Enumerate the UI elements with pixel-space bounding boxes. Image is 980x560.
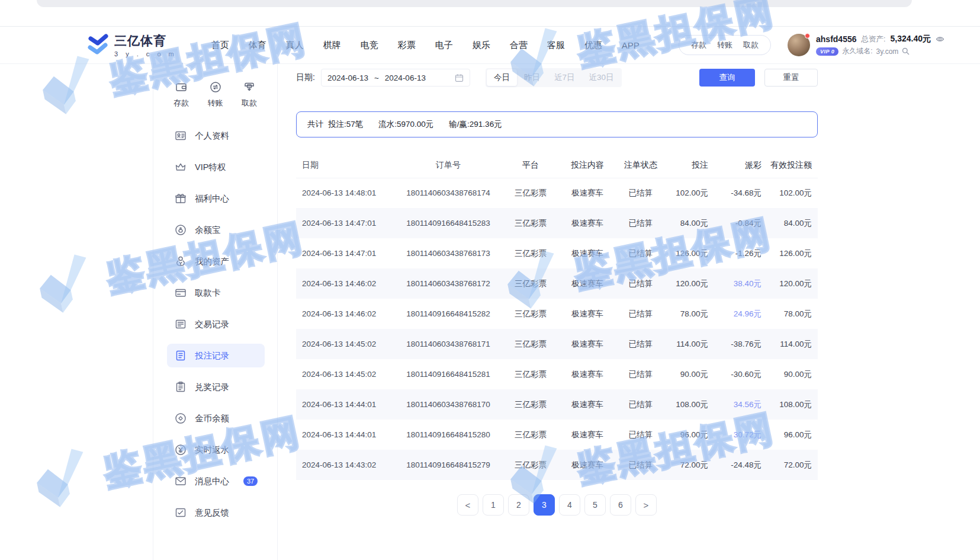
sidebar-item-label: 我的资产 (195, 256, 229, 267)
withdraw-icon (243, 81, 256, 94)
page-button[interactable]: 6 (610, 494, 631, 516)
nav-item[interactable]: 体育 (249, 40, 266, 51)
query-button[interactable]: 查询 (699, 69, 755, 87)
table-cell: 极速赛车 (560, 450, 615, 480)
sidebar-item[interactable]: 意见反馈 (167, 501, 265, 524)
table-cell: 三亿彩票 (501, 178, 560, 208)
magnifier-icon[interactable] (902, 47, 910, 55)
table-row: 2024-06-13 14:46:021801140603438768172三亿… (296, 268, 818, 299)
table-cell: 已结算 (615, 329, 667, 359)
nav-item[interactable]: 娱乐 (473, 40, 490, 51)
range-button[interactable]: 近7日 (547, 69, 582, 86)
table-cell: 已结算 (615, 238, 667, 268)
wallet-action[interactable]: 存款 (691, 40, 706, 50)
table-cell: 2024-06-13 14:45:02 (296, 359, 396, 389)
eye-icon[interactable] (936, 36, 944, 43)
table-cell: 2024-06-13 14:47:01 (296, 208, 396, 238)
nav-item[interactable]: 电子 (435, 40, 453, 51)
page-button[interactable]: 2 (508, 494, 529, 516)
sidebar-item-label: 兑奖记录 (195, 382, 229, 393)
sidebar-item[interactable]: 金币余额 (167, 407, 265, 430)
wallet-action[interactable]: 取款 (743, 40, 759, 50)
sidebar-item[interactable]: 福利中心 (167, 187, 265, 210)
table-cell: 三亿彩票 (501, 420, 560, 450)
table-row: 2024-06-13 14:47:011801140916648415283三亿… (296, 208, 818, 238)
brand-logo[interactable]: 三亿体育 3 y . c o m (86, 33, 177, 57)
quick-action-取款[interactable]: 取款 (242, 81, 257, 108)
sidebar-quick-actions: 存款转账取款 (153, 81, 277, 108)
table-row: 2024-06-13 14:45:021801140603438768171三亿… (296, 329, 818, 359)
table-cell: 极速赛车 (560, 420, 615, 450)
sidebar-item[interactable]: 投注记录 (167, 344, 265, 367)
date-to: 2024-06-13 (385, 73, 426, 82)
page-button[interactable]: 5 (584, 494, 606, 516)
redeem-icon (174, 380, 187, 393)
date-from: 2024-06-13 (327, 73, 368, 82)
date-range-input[interactable]: 2024-06-13 ~ 2024-06-13 (321, 69, 470, 87)
sidebar-item-label: 取款卡 (195, 287, 221, 299)
nav-item[interactable]: 彩票 (398, 40, 416, 51)
range-button[interactable]: 今日 (487, 69, 517, 86)
sidebar-item[interactable]: 交易记录 (167, 312, 265, 336)
table-row: 2024-06-13 14:44:011801140603438768170三亿… (296, 389, 818, 420)
nav-item[interactable]: 首页 (211, 40, 229, 51)
table-cell: 2024-06-13 14:46:02 (296, 268, 396, 299)
table-cell: 三亿彩票 (501, 268, 560, 299)
sidebar-item[interactable]: VIP特权 (167, 155, 265, 179)
transfer-icon (209, 81, 222, 94)
sidebar-item[interactable]: 实时返水 (167, 438, 265, 462)
nav-item[interactable]: 真人 (286, 40, 304, 51)
prev-page-button[interactable]: < (457, 494, 478, 516)
unread-badge: 37 (243, 476, 258, 486)
table-cell: 2024-06-13 14:47:01 (296, 238, 396, 268)
summary-winloss: 输/赢:291.36元 (449, 119, 502, 130)
nav-item[interactable]: 合营 (510, 40, 528, 51)
table-cell: 30.72元 (714, 420, 767, 450)
range-button[interactable]: 近30日 (581, 69, 621, 86)
page-button[interactable]: 3 (534, 494, 555, 516)
sidebar-item[interactable]: 余额宝 (167, 218, 265, 242)
page-button[interactable]: 4 (559, 494, 580, 516)
table-row: 2024-06-13 14:45:021801140916648415281三亿… (296, 359, 818, 389)
vip-badge: VIP 0 (816, 47, 838, 56)
nav-item[interactable]: 客服 (547, 40, 565, 51)
user-block[interactable]: ahsfd4556 总资产: 5,324.40元 VIP 0 永久域名: 3y.… (788, 34, 944, 56)
range-button[interactable]: 昨日 (517, 69, 547, 86)
total-assets-value: 5,324.40元 (891, 34, 931, 44)
nav-item[interactable]: APP (622, 40, 640, 50)
sidebar-item[interactable]: 我的资产 (167, 249, 265, 273)
table-header: 日期订单号平台投注内容注单状态投注派彩有效投注额 (296, 153, 818, 178)
table-cell: 三亿彩票 (501, 299, 560, 329)
table-cell: 1801140916648415282 (396, 299, 501, 329)
table-cell: 1801140603438768170 (396, 389, 501, 420)
brand-domain: 3 y . c o m (114, 50, 177, 57)
sidebar-item[interactable]: 取款卡 (167, 281, 265, 305)
quick-action-转账[interactable]: 转账 (208, 81, 223, 108)
table-cell: 120.00元 (767, 268, 818, 299)
nav-item[interactable]: 棋牌 (323, 40, 341, 51)
table-cell: 34.56元 (714, 389, 767, 420)
table-cell: 102.00元 (667, 178, 714, 208)
sidebar-item[interactable]: 消息中心37 (167, 469, 265, 493)
table-cell: 1801140603438768171 (396, 329, 501, 359)
nav-item[interactable]: 优惠 (584, 40, 602, 51)
column-header: 派彩 (714, 153, 767, 178)
sidebar-item[interactable]: 兑奖记录 (167, 375, 265, 399)
nav-item[interactable]: 电竞 (361, 40, 378, 51)
wallet-action[interactable]: 转账 (717, 40, 732, 50)
reset-button[interactable]: 重置 (764, 69, 818, 87)
sidebar: 存款转账取款 个人资料VIP特权福利中心余额宝我的资产取款卡交易记录投注记录兑奖… (153, 64, 278, 560)
table-cell: 102.00元 (767, 178, 818, 208)
table-cell: 已结算 (615, 178, 667, 208)
next-page-button[interactable]: > (635, 494, 657, 516)
sidebar-item-label: 余额宝 (195, 225, 221, 236)
calendar-icon[interactable] (455, 73, 464, 82)
sidebar-item[interactable]: 个人资料 (167, 124, 265, 148)
quick-action-存款[interactable]: 存款 (173, 81, 189, 108)
feedback-icon (174, 506, 187, 519)
column-header: 投注内容 (560, 153, 615, 178)
pagination: <123456> (296, 494, 818, 516)
page-button[interactable]: 1 (483, 494, 504, 516)
sidebar-item-label: 交易记录 (195, 319, 229, 330)
bet-records-table: 日期订单号平台投注内容注单状态投注派彩有效投注额 2024-06-13 14:4… (296, 153, 818, 480)
